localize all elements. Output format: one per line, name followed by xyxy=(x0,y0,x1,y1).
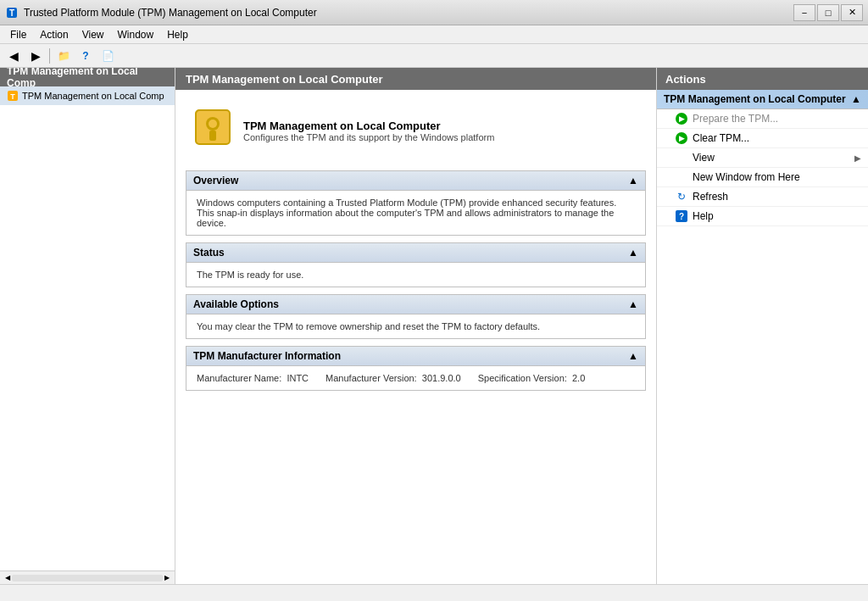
action-view[interactable]: View ▶ xyxy=(657,148,868,168)
status-collapse-icon: ▲ xyxy=(628,247,638,259)
help-label: Help xyxy=(693,210,714,222)
back-button[interactable]: ◀ xyxy=(3,47,24,65)
available-options-collapse-icon: ▲ xyxy=(628,298,638,310)
prepare-tpm-label: Prepare the TPM... xyxy=(693,113,778,125)
actions-panel: Actions TPM Management on Local Computer… xyxy=(656,68,868,584)
close-button[interactable]: ✕ xyxy=(841,4,863,21)
specification-version: Specification Version: 2.0 xyxy=(478,373,586,383)
manufacturer-name-value: INTC xyxy=(287,373,309,383)
svg-point-6 xyxy=(209,120,217,128)
svg-text:T: T xyxy=(9,8,14,18)
manufacturer-name-label: Manufacturer Name: xyxy=(197,373,281,383)
toolbar: ◀ ▶ 📁 ? 📄 xyxy=(0,44,868,68)
actions-section-collapse-icon: ▲ xyxy=(851,93,861,105)
menu-view[interactable]: View xyxy=(75,27,111,42)
manufacturer-info-header[interactable]: TPM Manufacturer Information ▲ xyxy=(186,347,645,366)
action-clear-tpm[interactable]: ▶ Clear TPM... xyxy=(657,129,868,148)
left-panel-footer: ◀ ▶ xyxy=(0,570,175,584)
status-section-body: The TPM is ready for use. xyxy=(186,263,645,287)
actions-panel-header: Actions xyxy=(657,68,868,90)
tpm-subtitle: Configures the TPM and its support by th… xyxy=(243,132,494,142)
tpm-main-title: TPM Management on Local Computer xyxy=(243,120,494,132)
tpm-header-section: TPM Management on Local Computer Configu… xyxy=(186,100,646,162)
action-new-window[interactable]: New Window from Here xyxy=(657,168,868,187)
center-content: TPM Management on Local Computer Configu… xyxy=(175,90,656,584)
properties-button[interactable]: 📄 xyxy=(97,47,118,65)
menu-window[interactable]: Window xyxy=(111,27,161,42)
available-options-section: Available Options ▲ You may clear the TP… xyxy=(186,294,646,339)
app-icon: T xyxy=(5,6,19,19)
status-section: Status ▲ The TPM is ready for use. xyxy=(186,242,646,287)
manufacturer-info-section: TPM Manufacturer Information ▲ Manufactu… xyxy=(186,346,646,391)
manufacturer-name: Manufacturer Name: INTC xyxy=(197,373,309,383)
minimize-button[interactable]: − xyxy=(793,4,815,21)
tpm-tree-icon: T xyxy=(7,90,19,102)
main-layout: TPM Management on Local Comp T TPM Manag… xyxy=(0,68,868,584)
menu-help[interactable]: Help xyxy=(160,27,195,42)
tpm-large-icon xyxy=(192,107,233,155)
clear-tpm-icon: ▶ xyxy=(676,132,687,144)
action-help[interactable]: ? Help xyxy=(657,207,868,226)
actions-section-label: TPM Management on Local Computer xyxy=(664,93,846,105)
actions-section-title: TPM Management on Local Computer ▲ xyxy=(657,90,868,109)
svg-rect-7 xyxy=(209,131,216,141)
status-section-header[interactable]: Status ▲ xyxy=(186,243,645,263)
action-prepare-tpm[interactable]: ▶ Prepare the TPM... xyxy=(657,109,868,129)
action-refresh[interactable]: ↻ Refresh xyxy=(657,187,868,207)
manufacturer-info-collapse-icon: ▲ xyxy=(628,350,638,362)
clear-tpm-label: Clear TPM... xyxy=(693,132,749,144)
status-bar xyxy=(0,584,868,601)
center-panel: TPM Management on Local Computer TPM Man… xyxy=(175,68,656,584)
left-panel-header: TPM Management on Local Comp xyxy=(0,68,175,86)
view-label: View xyxy=(693,152,715,164)
scroll-right-arrow[interactable]: ▶ xyxy=(163,574,171,582)
overview-collapse-icon: ▲ xyxy=(628,175,638,186)
overview-content: Windows computers containing a Trusted P… xyxy=(197,198,635,228)
specification-version-value: 2.0 xyxy=(572,373,585,383)
horizontal-scrollbar[interactable] xyxy=(12,575,163,582)
status-content: The TPM is ready for use. xyxy=(197,270,635,280)
available-options-content: You may clear the TPM to remove ownershi… xyxy=(197,321,635,331)
overview-section-header[interactable]: Overview ▲ xyxy=(186,171,645,191)
manufacturer-grid: Manufacturer Name: INTC Manufacturer Ver… xyxy=(197,373,635,383)
window-title: Trusted Platform Module (TPM) Management… xyxy=(24,7,317,19)
manufacturer-info-body: Manufacturer Name: INTC Manufacturer Ver… xyxy=(186,366,645,390)
manufacturer-info-title: TPM Manufacturer Information xyxy=(193,350,341,362)
tpm-header-text: TPM Management on Local Computer Configu… xyxy=(243,120,494,142)
manufacturer-version-value: 301.9.0.0 xyxy=(422,373,461,383)
svg-text:T: T xyxy=(10,92,15,101)
window-controls: − □ ✕ xyxy=(793,4,863,21)
overview-section-body: Windows computers containing a Trusted P… xyxy=(186,191,645,235)
manufacturer-version-label: Manufacturer Version: xyxy=(326,373,417,383)
available-options-header[interactable]: Available Options ▲ xyxy=(186,295,645,314)
center-panel-header: TPM Management on Local Computer xyxy=(175,68,656,90)
view-submenu-arrow: ▶ xyxy=(854,153,861,163)
manufacturer-version: Manufacturer Version: 301.9.0.0 xyxy=(326,373,461,383)
refresh-icon: ↻ xyxy=(676,191,687,203)
toolbar-separator-1 xyxy=(49,48,50,64)
overview-section: Overview ▲ Windows computers containing … xyxy=(186,170,646,236)
left-panel: TPM Management on Local Comp T TPM Manag… xyxy=(0,68,175,584)
menu-file[interactable]: File xyxy=(3,27,33,42)
maximize-button[interactable]: □ xyxy=(817,4,839,21)
overview-title: Overview xyxy=(193,175,238,186)
refresh-label: Refresh xyxy=(693,191,728,203)
forward-button[interactable]: ▶ xyxy=(25,47,46,65)
new-window-label: New Window from Here xyxy=(693,171,800,183)
help-button[interactable]: ? xyxy=(75,47,96,65)
left-panel-tpm-item[interactable]: T TPM Management on Local Comp xyxy=(0,86,175,105)
available-options-body: You may clear the TPM to remove ownershi… xyxy=(186,314,645,338)
specification-version-label: Specification Version: xyxy=(478,373,567,383)
left-panel-item-label: TPM Management on Local Comp xyxy=(22,91,164,101)
left-panel-empty xyxy=(0,105,175,570)
available-options-title: Available Options xyxy=(193,298,279,310)
title-bar: T Trusted Platform Module (TPM) Manageme… xyxy=(0,0,868,25)
help-icon: ? xyxy=(676,210,687,222)
scroll-left-arrow[interactable]: ◀ xyxy=(3,574,12,582)
menu-action[interactable]: Action xyxy=(33,27,75,42)
up-button[interactable]: 📁 xyxy=(53,47,74,65)
menu-bar: File Action View Window Help xyxy=(0,25,868,44)
status-title: Status xyxy=(193,247,225,259)
prepare-tpm-icon: ▶ xyxy=(676,113,687,125)
